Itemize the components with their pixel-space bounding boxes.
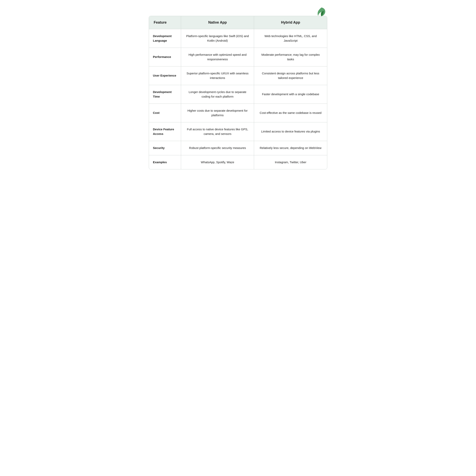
cell-hybrid: Instagram, Twitter, Uber: [254, 155, 327, 169]
table-header-row: Feature Native App Hybrid App: [149, 16, 327, 29]
comparison-table-container: Feature Native App Hybrid App Developmen…: [149, 16, 327, 169]
table-row: Device Feature AccessFull access to nati…: [149, 122, 327, 141]
cell-hybrid: Consistent design across platforms but l…: [254, 67, 327, 85]
cell-feature: Performance: [149, 48, 181, 67]
cell-feature: Development Language: [149, 29, 181, 48]
cell-native: Longer development cycles due to separat…: [181, 85, 254, 104]
table-row: Development LanguagePlatform-specific la…: [149, 29, 327, 48]
cell-feature: Cost: [149, 104, 181, 122]
cell-hybrid: Moderate performance; may lag for comple…: [254, 48, 327, 67]
comparison-table: Feature Native App Hybrid App Developmen…: [149, 16, 327, 169]
cell-hybrid: Faster development with a single codebas…: [254, 85, 327, 104]
cell-native: High performance with optimized speed an…: [181, 48, 254, 67]
cell-hybrid: Cost-effective as the same codebase is r…: [254, 104, 327, 122]
table-row: CostHigher costs due to separate develop…: [149, 104, 327, 122]
table-row: PerformanceHigh performance with optimiz…: [149, 48, 327, 67]
brand-logo-icon: [315, 6, 327, 18]
cell-native: Robust platform-specific security measur…: [181, 141, 254, 155]
cell-native: Superior platform-specific UI/UX with se…: [181, 67, 254, 85]
logo-container: [315, 6, 327, 18]
table-row: SecurityRobust platform-specific securit…: [149, 141, 327, 155]
header-hybrid-app: Hybrid App: [254, 16, 327, 29]
cell-feature: User Experience: [149, 67, 181, 85]
cell-feature: Security: [149, 141, 181, 155]
cell-feature: Device Feature Access: [149, 122, 181, 141]
cell-native: WhatsApp, Spotify, Waze: [181, 155, 254, 169]
cell-native: Full access to native device features li…: [181, 122, 254, 141]
header-feature: Feature: [149, 16, 181, 29]
header-native-app: Native App: [181, 16, 254, 29]
cell-feature: Development Time: [149, 85, 181, 104]
table-row: Development TimeLonger development cycle…: [149, 85, 327, 104]
page-wrapper: Feature Native App Hybrid App Developmen…: [149, 8, 327, 169]
cell-native: Higher costs due to separate development…: [181, 104, 254, 122]
cell-native: Platform-specific languages like Swift (…: [181, 29, 254, 48]
table-row: User ExperienceSuperior platform-specifi…: [149, 67, 327, 85]
cell-hybrid: Limited access to device features via pl…: [254, 122, 327, 141]
table-row: ExamplesWhatsApp, Spotify, WazeInstagram…: [149, 155, 327, 169]
cell-hybrid: Web technologies like HTML, CSS, and Jav…: [254, 29, 327, 48]
cell-hybrid: Relatively less secure, depending on Web…: [254, 141, 327, 155]
cell-feature: Examples: [149, 155, 181, 169]
